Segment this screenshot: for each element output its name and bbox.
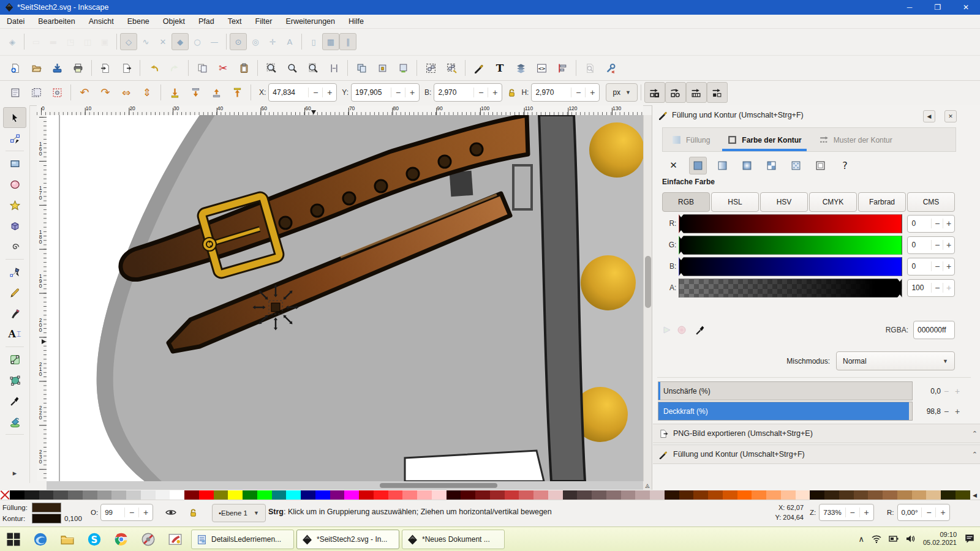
palette-swatch[interactable] — [926, 490, 941, 500]
cut-icon[interactable]: ✂ — [213, 58, 233, 78]
tab-f-llung[interactable]: Füllung — [663, 129, 718, 151]
select-all-layers-icon[interactable] — [26, 82, 47, 103]
transform-corners-toggle-icon[interactable] — [665, 82, 686, 103]
duplicate-icon[interactable] — [351, 58, 372, 78]
raise-to-top-icon[interactable] — [227, 82, 247, 103]
palette-swatch[interactable] — [519, 490, 533, 500]
opacity-slider[interactable]: Deckkraft (%) — [658, 402, 913, 421]
palette-swatch[interactable] — [897, 490, 912, 500]
notifications-icon[interactable] — [964, 533, 975, 544]
snap-path-icon[interactable]: ∿ — [137, 33, 154, 50]
palette-swatch[interactable] — [737, 490, 752, 500]
bucket-tool-icon[interactable] — [3, 411, 26, 432]
snap-node-smooth-icon[interactable]: ○ — [189, 33, 206, 50]
opacity-value[interactable]: 98,8 — [915, 407, 941, 416]
slider-g-dec-button[interactable]: − — [931, 240, 943, 250]
redo-icon[interactable] — [164, 58, 185, 78]
snap-bbox-center-icon[interactable]: ▣ — [96, 33, 113, 50]
zoom-selection-icon[interactable] — [261, 58, 282, 78]
layers-dialog-icon[interactable] — [510, 58, 531, 78]
preferences-icon[interactable] — [600, 58, 621, 78]
taskbar-window-active[interactable]: *SeitStech2.svg - In... — [296, 530, 399, 549]
layer-lock-icon[interactable] — [185, 504, 201, 520]
minimize-button[interactable]: ─ — [895, 0, 924, 15]
palette-swatch[interactable] — [941, 490, 956, 500]
palette-swatch[interactable] — [563, 490, 578, 500]
snap-path-intersection-icon[interactable]: ✕ — [154, 33, 172, 50]
palette-swatch[interactable] — [184, 490, 199, 500]
palette-swatch[interactable] — [374, 490, 388, 500]
menu-objekt[interactable]: Objekt — [156, 16, 192, 27]
battery-icon[interactable] — [889, 535, 899, 542]
slider-r-input[interactable]: 0 — [908, 219, 931, 228]
zoom-page-icon[interactable] — [303, 58, 323, 78]
palette-swatch[interactable] — [330, 490, 345, 500]
mode-cmyk-button[interactable]: CMYK — [809, 192, 857, 212]
selector-tool-icon[interactable] — [3, 107, 26, 128]
slider-a-inc-button[interactable]: + — [943, 283, 954, 293]
zoom-drawing-icon[interactable] — [282, 58, 303, 78]
slider-b-dec-button[interactable]: − — [931, 261, 943, 271]
menu-ebene[interactable]: Ebene — [121, 16, 156, 27]
paint-swatch-button[interactable] — [787, 157, 805, 174]
palette-swatch[interactable] — [708, 490, 723, 500]
palette-swatch[interactable] — [796, 490, 810, 500]
snap-others-icon[interactable]: ⊙ — [230, 33, 247, 50]
menu-bearbeiten[interactable]: Bearbeiten — [31, 16, 81, 27]
taskbar-window-button[interactable]: DetailsLederriemen... — [191, 530, 294, 549]
slider-a[interactable] — [679, 279, 902, 298]
open-document-icon[interactable] — [26, 58, 47, 78]
text-dialog-icon[interactable]: T — [489, 58, 510, 78]
calligraphy-tool-icon[interactable] — [3, 303, 26, 324]
import-icon[interactable] — [95, 58, 116, 78]
palette-swatch[interactable] — [301, 490, 315, 500]
box3d-tool-icon[interactable] — [3, 216, 26, 236]
rotate-ccw-icon[interactable]: ↶ — [74, 82, 95, 103]
palette-swatch[interactable] — [214, 490, 228, 500]
pen-tool-icon[interactable] — [3, 261, 26, 282]
new-document-icon[interactable] — [5, 58, 26, 78]
flip-vertical-icon[interactable]: ⇕ — [137, 82, 157, 103]
taskbar-window-button[interactable]: *Neues Dokument ... — [402, 530, 505, 549]
palette-swatch[interactable] — [199, 490, 214, 500]
palette-swatch[interactable] — [766, 490, 781, 500]
spiral-tool-icon[interactable] — [3, 236, 26, 257]
select-all-icon[interactable] — [5, 82, 26, 103]
paint-none-button[interactable]: ✕ — [665, 157, 682, 174]
snap-guides-icon[interactable]: ∥ — [339, 33, 356, 50]
text-tool-icon[interactable]: A⌶ — [3, 324, 26, 345]
palette-swatch[interactable] — [810, 490, 824, 500]
taskbar-clock[interactable]: 09:1005.02.2021 — [923, 531, 957, 547]
x-coordinate-input[interactable]: 47,834 — [269, 88, 308, 97]
maximize-button[interactable]: ❐ — [924, 0, 952, 15]
width-dec-button[interactable]: − — [473, 88, 488, 97]
palette-swatch[interactable] — [228, 490, 243, 500]
palette-swatch[interactable] — [111, 490, 126, 500]
rotation-input[interactable]: 0,00° — [898, 509, 922, 516]
paint-help-button[interactable]: ? — [836, 157, 854, 174]
blend-mode-dropdown[interactable]: Normal▼ — [836, 351, 955, 370]
fill-stroke-dialog-icon[interactable] — [469, 58, 489, 78]
palette-none-swatch[interactable] — [0, 490, 10, 500]
opacity-minus-button[interactable]: − — [941, 407, 952, 416]
tab-farbe-der-kontur[interactable]: Farbe der Kontur — [718, 129, 810, 151]
layer-dropdown[interactable]: •Ebene 1▼ — [212, 504, 266, 522]
explorer-icon[interactable] — [54, 527, 81, 551]
slider-r-dec-button[interactable]: − — [931, 219, 943, 228]
node-tool-icon[interactable] — [3, 128, 26, 149]
panel-collapse-button[interactable]: ◀ — [923, 110, 935, 122]
pencil-tool-icon[interactable] — [3, 282, 26, 303]
color-management-toggle-icon[interactable]: ◬ — [643, 481, 652, 490]
x-coordinate-inc-button[interactable]: + — [322, 88, 336, 97]
x-coordinate-dec-button[interactable]: − — [308, 88, 322, 97]
slider-b[interactable] — [679, 257, 902, 276]
mode-farbrad-button[interactable]: Farbrad — [858, 192, 906, 212]
chevron-up-icon[interactable]: ∧ — [858, 534, 864, 544]
snap-rotation-center-icon[interactable]: ✛ — [264, 33, 281, 50]
object-opacity-input[interactable]: 99 — [101, 509, 124, 516]
star-tool-icon[interactable] — [3, 195, 26, 216]
palette-swatch[interactable] — [53, 490, 68, 500]
palette-swatch[interactable] — [723, 490, 737, 500]
slider-b-inc-button[interactable]: + — [943, 261, 954, 271]
align-dialog-icon[interactable] — [552, 58, 573, 78]
